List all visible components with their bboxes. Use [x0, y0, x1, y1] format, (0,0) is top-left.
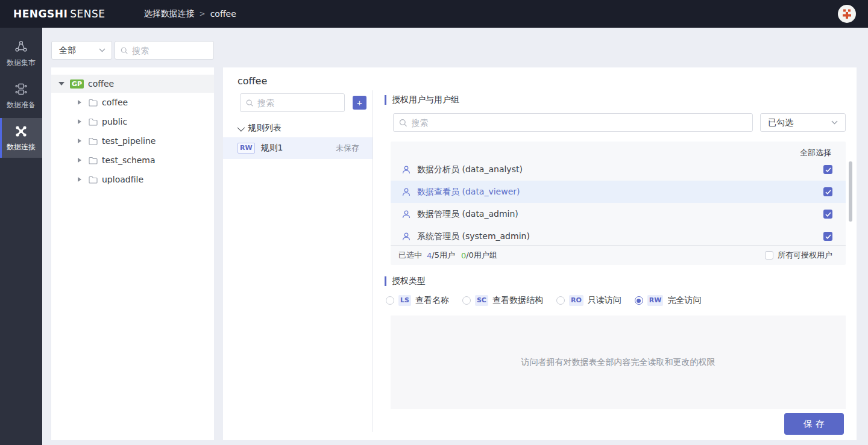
add-rule-button[interactable]: + [353, 96, 366, 110]
type-label: 查看名称 [415, 295, 449, 306]
check-icon [825, 234, 831, 239]
type-badge: RW [647, 295, 664, 305]
user-label: 数据查看员 (data_viewer) [417, 187, 520, 198]
radio-icon[interactable] [386, 296, 394, 305]
tree-root-coffee[interactable]: GP coffee [51, 75, 214, 93]
caret-right-icon[interactable] [78, 100, 81, 105]
users-search [393, 113, 753, 132]
explorer-search [115, 41, 214, 60]
logo-mark-icon [838, 5, 856, 23]
user-icon [401, 210, 411, 219]
check-icon [825, 212, 831, 217]
nav-sidebar: 数据集市 数据准备 数据连接 [0, 28, 42, 445]
connection-type-select[interactable]: 全部 [51, 41, 112, 60]
user-icon [401, 232, 411, 241]
column-divider [373, 90, 373, 432]
user-label: 数据分析员 (data_analyst) [417, 164, 523, 175]
tree-item-uploadfile[interactable]: uploadfile [51, 170, 214, 189]
folder-icon [89, 176, 98, 184]
type-label: 完全访问 [667, 295, 701, 306]
rule-item[interactable]: RW 规则1 未保存 [223, 137, 373, 159]
save-button[interactable]: 保 存 [784, 413, 844, 435]
sidebar-item-data-connection[interactable]: 数据连接 [0, 118, 42, 158]
user-row-system-admin[interactable]: 系统管理员 (system_admin) [391, 225, 846, 245]
type-label: 只读访问 [588, 295, 621, 306]
caret-down-icon[interactable] [58, 82, 64, 86]
data-connection-icon [13, 123, 29, 139]
folder-icon [89, 99, 98, 107]
user-avatar[interactable] [838, 5, 856, 23]
user-icon [401, 187, 411, 197]
radio-icon[interactable] [462, 296, 471, 305]
workspace: 全部 数据预览 权限控制 GP co [42, 28, 868, 445]
caret-right-icon[interactable] [78, 119, 81, 124]
sidebar-item-label: 数据准备 [7, 100, 36, 110]
explorer-search-input[interactable] [132, 46, 208, 55]
panel-scrollbar[interactable] [849, 161, 852, 222]
users-search-input[interactable] [412, 118, 747, 128]
user-row-data-admin[interactable]: 数据管理员 (data_admin) [391, 203, 846, 225]
folder-icon [89, 118, 98, 126]
breadcrumb: 选择数据连接 > coffee [144, 8, 236, 19]
users-rows: 数据分析员 (data_analyst) 数据查看员 (da [391, 158, 846, 245]
checked-filter-select[interactable]: 已勾选 [760, 113, 846, 132]
chevron-down-icon [831, 120, 838, 125]
caret-right-icon[interactable] [78, 138, 81, 143]
user-checkbox[interactable] [823, 165, 832, 174]
type-option-ro[interactable]: RO 只读访问 [556, 295, 621, 306]
section-accent-bar [385, 95, 386, 105]
type-badge: SC [475, 295, 488, 305]
users-list-panel: 全部选择 数据分析员 (data_analyst) [391, 142, 846, 265]
checked-filter-value: 已勾选 [768, 117, 793, 128]
user-checkbox[interactable] [823, 210, 832, 219]
caret-right-icon[interactable] [78, 158, 81, 163]
rule-type-badge: RW [237, 143, 255, 154]
type-description-panel: 访问者拥有对数据表全部内容完全读取和更改的权限 [391, 316, 846, 409]
user-row-data-analyst[interactable]: 数据分析员 (data_analyst) [391, 158, 846, 181]
groups-total: /0用户组 [466, 250, 497, 261]
users-section-title: 授权用户与用户组 [392, 95, 459, 105]
sidebar-item-data-market[interactable]: 数据集市 [0, 34, 42, 73]
tree-item-coffee[interactable]: coffee [51, 93, 214, 112]
type-badge: RO [569, 295, 583, 305]
folder-icon [89, 137, 98, 145]
select-all-label[interactable]: 全部选择 [800, 148, 831, 158]
breadcrumb-parent[interactable]: 选择数据连接 [144, 8, 195, 19]
data-prep-icon [13, 81, 29, 97]
tree-item-label: uploadfile [102, 175, 143, 184]
caret-right-icon[interactable] [78, 177, 81, 182]
all-users-label: 所有可授权用户 [778, 250, 832, 261]
radio-icon[interactable] [635, 296, 643, 305]
section-accent-bar [385, 276, 386, 286]
type-option-sc[interactable]: SC 查看数据结构 [462, 295, 543, 306]
user-label: 数据管理员 (data_admin) [417, 209, 518, 220]
tree-root-label: coffee [88, 79, 114, 89]
radio-icon[interactable] [556, 296, 565, 305]
type-option-rw[interactable]: RW 完全访问 [635, 295, 702, 306]
chevron-down-icon [237, 123, 245, 131]
sidebar-item-data-prep[interactable]: 数据准备 [0, 76, 42, 116]
tree-item-label: public [102, 117, 127, 126]
user-row-data-viewer[interactable]: 数据查看员 (data_viewer) [391, 181, 846, 203]
user-checkbox[interactable] [823, 232, 832, 241]
rules-search-input[interactable] [257, 98, 339, 108]
folder-icon [89, 157, 98, 164]
all-users-checkbox[interactable] [765, 251, 773, 260]
breadcrumb-separator: > [200, 10, 206, 18]
search-icon [399, 119, 407, 127]
app-header: HENGSHISENSE 选择数据连接 > coffee [0, 0, 868, 28]
rules-search [240, 93, 345, 112]
tree-item-public[interactable]: public [51, 112, 214, 131]
all-authorized-users-option[interactable]: 所有可授权用户 [765, 250, 832, 261]
tree-item-test-schema[interactable]: test_schema [51, 151, 214, 170]
gp-badge: GP [70, 79, 84, 89]
type-option-ls[interactable]: LS 查看名称 [386, 295, 449, 306]
connection-type-value: 全部 [59, 45, 76, 56]
rules-list-header[interactable]: 规则列表 [237, 123, 281, 134]
user-icon [401, 165, 411, 175]
summary-prefix: 已选中 [398, 250, 422, 261]
sidebar-item-label: 数据连接 [7, 142, 36, 152]
check-icon [825, 190, 831, 194]
tree-item-test-pipeline[interactable]: test_pipeline [51, 131, 214, 151]
user-checkbox[interactable] [823, 187, 832, 196]
